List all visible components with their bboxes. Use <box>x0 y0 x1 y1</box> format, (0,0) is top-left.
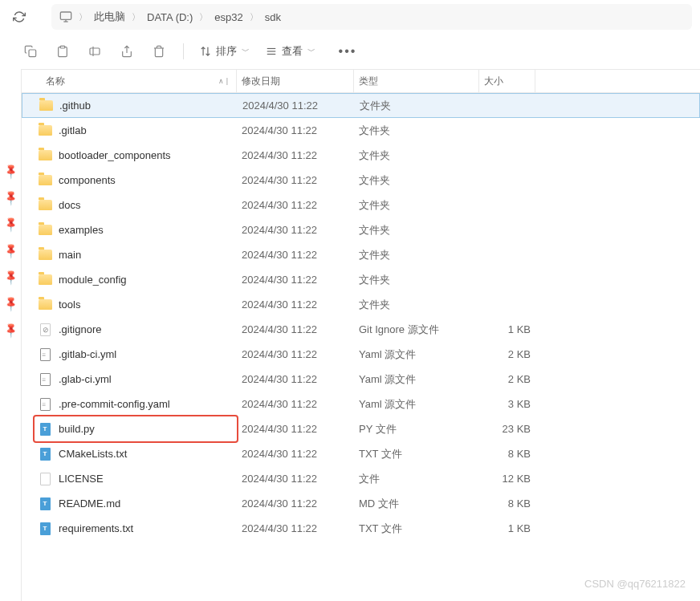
file-date: 2024/4/30 11:22 <box>237 174 354 186</box>
table-row[interactable]: docs2024/4/30 11:22文件夹 <box>22 193 700 217</box>
file-size: 3 KB <box>479 398 535 410</box>
svg-rect-4 <box>60 46 64 48</box>
pin-icon[interactable]: 📌 <box>2 295 19 313</box>
paste-button[interactable] <box>48 39 77 64</box>
copy-button[interactable] <box>16 39 45 64</box>
file-name: CMakeLists.txt <box>59 448 127 460</box>
table-row[interactable]: .pre-commit-config.yaml2024/4/30 11:22Ya… <box>22 392 700 416</box>
table-row[interactable]: .gitignore2024/4/30 11:22Git Ignore 源文件1… <box>22 317 700 342</box>
pin-icon[interactable]: 📌 <box>2 242 19 260</box>
chevron-down-icon: ﹀ <box>307 46 315 57</box>
sort-dropdown[interactable]: 排序 ﹀ <box>193 39 256 64</box>
table-row[interactable]: build.py2024/4/30 11:22PY 文件23 KB <box>22 416 700 441</box>
file-name: LICENSE <box>59 473 104 485</box>
breadcrumb-item[interactable]: 此电脑 <box>94 10 125 24</box>
file-name: requirements.txt <box>59 522 133 534</box>
column-header-date[interactable]: 修改日期 <box>237 70 354 92</box>
delete-button[interactable] <box>144 39 173 64</box>
table-row[interactable]: .glab-ci.yml2024/4/30 11:22Yaml 源文件2 KB <box>22 367 700 392</box>
folder-icon <box>38 248 52 262</box>
view-dropdown[interactable]: 查看 ﹀ <box>259 39 322 64</box>
clipboard-icon <box>56 45 69 58</box>
file-size: 2 KB <box>479 348 535 360</box>
file-name: .gitlab <box>59 124 87 136</box>
file-type: Yaml 源文件 <box>354 347 479 362</box>
table-row[interactable]: LICENSE2024/4/30 11:22文件12 KB <box>22 466 700 491</box>
file-type: 文件夹 <box>354 248 479 262</box>
file-date: 2024/4/30 11:22 <box>237 473 354 485</box>
file-type: 文件夹 <box>354 298 479 312</box>
file-type: TXT 文件 <box>354 522 479 536</box>
file-name: tools <box>59 298 80 311</box>
view-icon <box>266 46 277 57</box>
table-row[interactable]: .gitlab-ci.yml2024/4/30 11:22Yaml 源文件2 K… <box>22 342 700 367</box>
refresh-button[interactable] <box>8 6 31 28</box>
copy-icon <box>24 45 37 58</box>
table-row[interactable]: examples2024/4/30 11:22文件夹 <box>22 217 700 242</box>
pin-icon[interactable]: 📌 <box>2 269 19 286</box>
table-row[interactable]: requirements.txt2024/4/30 11:22TXT 文件1 K… <box>22 516 700 541</box>
file-icon <box>38 497 52 511</box>
file-size: 12 KB <box>479 473 535 485</box>
file-date: 2024/4/30 11:22 <box>237 249 354 261</box>
pin-icon[interactable]: 📌 <box>2 189 19 207</box>
file-type: 文件夹 <box>354 173 479 188</box>
table-row[interactable]: README.md2024/4/30 11:22MD 文件8 KB <box>22 491 700 516</box>
table-row[interactable]: tools2024/4/30 11:22文件夹 <box>22 292 700 317</box>
file-type: 文件 <box>354 472 479 486</box>
column-header-size[interactable]: 大小 <box>479 70 535 92</box>
file-name: .gitlab-ci.yml <box>59 348 116 360</box>
breadcrumb[interactable]: 〉 此电脑 〉 DATA (D:) 〉 esp32 〉 sdk <box>51 4 692 30</box>
svg-rect-3 <box>29 50 36 57</box>
sidebar-pins: 📌 📌 📌 📌 📌 📌 📌 <box>0 69 21 601</box>
file-icon <box>38 372 52 387</box>
file-name: main <box>59 249 81 261</box>
column-header-type[interactable]: 类型 <box>354 70 479 92</box>
file-date: 2024/4/30 11:22 <box>237 348 354 360</box>
breadcrumb-item[interactable]: esp32 <box>214 11 242 23</box>
table-row[interactable]: bootloader_components2024/4/30 11:22文件夹 <box>22 143 700 168</box>
pin-icon[interactable]: 📌 <box>2 322 19 339</box>
pin-icon[interactable]: 📌 <box>2 163 19 181</box>
table-row[interactable]: components2024/4/30 11:22文件夹 <box>22 168 700 193</box>
file-size: 23 KB <box>479 423 535 435</box>
table-row[interactable]: .gitlab2024/4/30 11:22文件夹 <box>22 118 700 143</box>
file-type: Yaml 源文件 <box>354 372 479 387</box>
pin-icon[interactable]: 📌 <box>2 216 19 233</box>
file-name: examples <box>59 224 104 236</box>
table-row[interactable]: main2024/4/30 11:22文件夹 <box>22 242 700 267</box>
file-date: 2024/4/30 11:22 <box>237 124 354 136</box>
trash-icon <box>153 45 165 58</box>
file-name: .glab-ci.yml <box>59 373 112 385</box>
file-name: build.py <box>59 423 95 435</box>
file-type: Git Ignore 源文件 <box>354 323 479 337</box>
share-icon <box>120 45 133 58</box>
file-date: 2024/4/30 11:22 <box>237 398 354 410</box>
chevron-right-icon: 〉 <box>250 11 258 23</box>
rename-button[interactable] <box>80 39 109 64</box>
column-header-name[interactable]: 名称 ∧ | <box>22 70 237 92</box>
breadcrumb-item[interactable]: DATA (D:) <box>147 11 193 23</box>
breadcrumb-item[interactable]: sdk <box>265 11 281 23</box>
chevron-right-icon: 〉 <box>132 11 140 23</box>
file-size: 8 KB <box>479 448 535 460</box>
view-label: 查看 <box>282 44 303 59</box>
table-row[interactable]: .github2024/4/30 11:22文件夹 <box>22 93 700 118</box>
more-button[interactable]: ••• <box>333 39 362 64</box>
svg-rect-0 <box>60 12 71 19</box>
table-row[interactable]: CMakeLists.txt2024/4/30 11:22TXT 文件8 KB <box>22 441 700 466</box>
table-row[interactable]: module_config2024/4/30 11:22文件夹 <box>22 267 700 292</box>
file-name: README.md <box>59 497 120 510</box>
file-type: 文件夹 <box>354 198 479 213</box>
file-size: 1 KB <box>479 323 535 335</box>
folder-icon <box>38 223 52 238</box>
monitor-icon <box>59 10 72 23</box>
file-type: PY 文件 <box>354 422 479 437</box>
chevron-right-icon: 〉 <box>79 11 88 23</box>
file-name: docs <box>59 199 80 211</box>
file-icon <box>38 397 52 412</box>
chevron-down-icon: ﹀ <box>242 46 250 57</box>
file-date: 2024/4/30 11:22 <box>237 224 354 236</box>
share-button[interactable] <box>112 39 141 64</box>
file-name: module_config <box>59 274 127 286</box>
